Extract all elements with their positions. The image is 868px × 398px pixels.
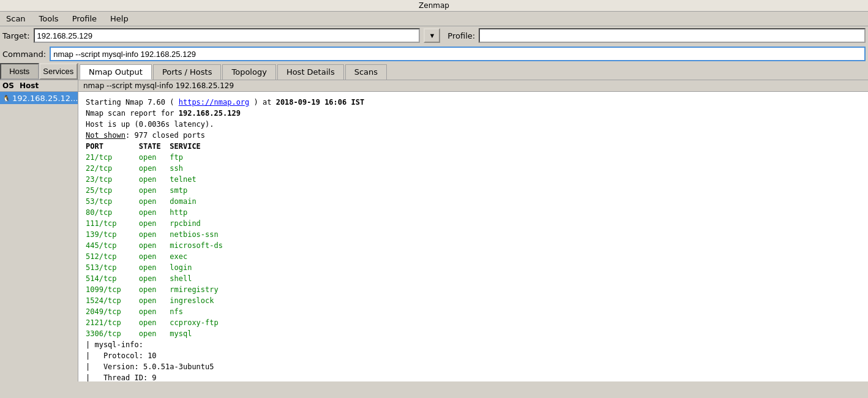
tab-topology[interactable]: Topology <box>222 64 275 80</box>
target-input[interactable] <box>34 28 421 43</box>
host-list: 🐧 192.168.25.12... <box>0 92 78 381</box>
profile-label: Profile: <box>447 31 475 40</box>
title-bar: Zenmap <box>0 0 868 12</box>
menu-bar: Scan Tools Profile Help <box>0 12 868 26</box>
services-button[interactable]: Services <box>39 63 78 80</box>
tab-nmap-output[interactable]: Nmap Output <box>80 64 152 80</box>
menu-help[interactable]: Help <box>107 13 132 24</box>
menu-tools[interactable]: Tools <box>36 13 62 24</box>
right-panel: Nmap Output Ports / Hosts Topology Host … <box>78 63 868 381</box>
col-os-header: OS <box>2 81 20 90</box>
tabs: Nmap Output Ports / Hosts Topology Host … <box>78 63 868 80</box>
left-panel: Hosts Services OS Host 🐧 192.168.25.12..… <box>0 63 78 381</box>
target-row: Target: ▼ Profile: <box>0 26 868 45</box>
profile-input[interactable] <box>479 28 866 43</box>
dropdown-button[interactable]: ▼ <box>424 28 440 43</box>
app-title: Zenmap <box>419 1 449 10</box>
menu-scan[interactable]: Scan <box>2 13 29 24</box>
panel-buttons: Hosts Services <box>0 63 78 80</box>
target-label: Target: <box>2 31 30 40</box>
os-icon: 🐧 <box>2 93 10 103</box>
tab-host-details[interactable]: Host Details <box>277 64 344 80</box>
command-input[interactable] <box>50 47 866 61</box>
output-area[interactable]: Starting Nmap 7.60 ( https://nmap.org ) … <box>78 92 868 381</box>
col-host-header: Host <box>20 81 75 90</box>
tab-ports-hosts[interactable]: Ports / Hosts <box>153 64 222 80</box>
column-headers: OS Host <box>0 80 78 92</box>
command-label: Command: <box>2 50 46 59</box>
cmd-display: nmap --script mysql-info 192.168.25.129 <box>78 80 868 92</box>
menu-profile[interactable]: Profile <box>69 13 100 24</box>
host-item[interactable]: 🐧 192.168.25.12... <box>0 92 78 104</box>
host-ip: 192.168.25.12... <box>12 94 78 103</box>
tab-scans[interactable]: Scans <box>345 64 387 80</box>
hosts-button[interactable]: Hosts <box>0 63 39 80</box>
command-row: Command: <box>0 45 868 63</box>
main-area: Hosts Services OS Host 🐧 192.168.25.12..… <box>0 63 868 381</box>
